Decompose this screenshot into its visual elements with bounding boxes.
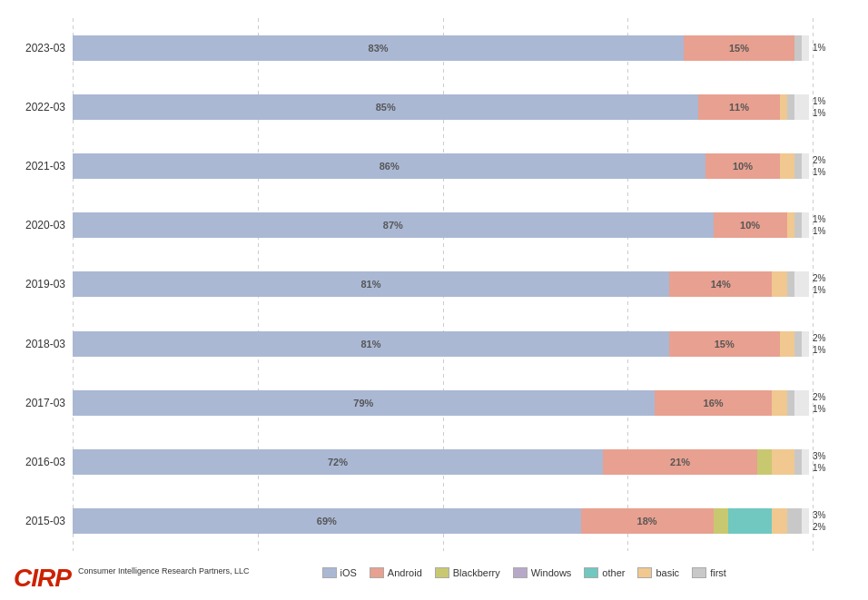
legend-color-first bbox=[692, 567, 706, 578]
segment-android: 15% bbox=[669, 331, 780, 357]
right-label: 3% bbox=[813, 509, 858, 521]
legend-item-android: Android bbox=[370, 567, 422, 578]
bar-right-labels-2018-03: 2%1% bbox=[813, 332, 858, 356]
right-label: 1% bbox=[813, 213, 858, 225]
segment-ios: 86% bbox=[73, 153, 705, 179]
legend-item-basic: basic bbox=[637, 567, 679, 578]
right-label: 1% bbox=[813, 42, 858, 54]
right-label: 1% bbox=[813, 344, 858, 356]
segment-android: 16% bbox=[655, 390, 773, 416]
segment-ios: 87% bbox=[73, 212, 714, 238]
bar-right-labels-2023-03: 1% bbox=[813, 42, 858, 54]
y-label-2017-03: 2017-03 bbox=[9, 380, 65, 426]
right-label: 1% bbox=[813, 284, 858, 296]
cirp-logo: CIRP Consumer Intelligence Research Part… bbox=[14, 566, 250, 591]
segment-basic bbox=[787, 212, 794, 238]
segment-android: 10% bbox=[705, 153, 779, 179]
right-label: 2% bbox=[813, 332, 858, 344]
bar-row-2021-03: 86%10%2%1% bbox=[73, 136, 859, 195]
right-label: 1% bbox=[813, 462, 858, 474]
segment-ios: 85% bbox=[73, 94, 698, 120]
segment-first bbox=[794, 449, 802, 475]
legend-item-ios: iOS bbox=[322, 567, 357, 578]
bars-area: 83%15%1%85%11%1%1%86%10%2%1%87%10%1%1%81… bbox=[73, 9, 859, 560]
segment-first bbox=[787, 271, 794, 297]
bar-track-2021-03: 86%10% bbox=[73, 153, 809, 179]
bar-row-2018-03: 81%15%2%1% bbox=[73, 314, 859, 373]
y-label-2020-03: 2020-03 bbox=[9, 202, 65, 248]
bar-row-2020-03: 87%10%1%1% bbox=[73, 196, 859, 255]
legend-label-other: other bbox=[602, 567, 625, 578]
legend-label-blackberry: Blackberry bbox=[453, 567, 500, 578]
segment-other bbox=[728, 508, 773, 534]
bar-track-2023-03: 83%15% bbox=[73, 35, 809, 61]
bar-right-labels-2022-03: 1%1% bbox=[813, 95, 858, 119]
segment-ios: 72% bbox=[73, 449, 603, 475]
bar-track-2020-03: 87%10% bbox=[73, 212, 809, 238]
segment-first bbox=[794, 153, 802, 179]
bar-right-labels-2016-03: 3%1% bbox=[813, 450, 858, 474]
segment-android: 14% bbox=[669, 271, 773, 297]
bar-row-2017-03: 79%16%2%1% bbox=[73, 373, 859, 432]
segment-first bbox=[787, 390, 794, 416]
legend-color-ios bbox=[322, 567, 337, 578]
chart-container: 2023-032022-032021-032020-032019-032018-… bbox=[0, 0, 868, 600]
segment-ios: 69% bbox=[73, 508, 581, 534]
right-label: 2% bbox=[813, 154, 858, 166]
segment-first bbox=[794, 331, 802, 357]
bar-row-2022-03: 85%11%1%1% bbox=[73, 77, 859, 136]
bar-right-labels-2021-03: 2%1% bbox=[813, 154, 858, 178]
right-label: 2% bbox=[813, 391, 858, 403]
segment-first bbox=[794, 212, 802, 238]
y-label-2015-03: 2015-03 bbox=[9, 498, 65, 544]
legend-color-android bbox=[370, 567, 384, 578]
bar-track-2019-03: 81%14% bbox=[73, 271, 809, 297]
segment-ios: 81% bbox=[73, 271, 669, 297]
legend-item-first: first bbox=[692, 567, 726, 578]
segment-basic bbox=[772, 449, 794, 475]
y-axis: 2023-032022-032021-032020-032019-032018-… bbox=[9, 9, 73, 560]
legend-item-windows: Windows bbox=[513, 567, 572, 578]
bar-row-2023-03: 83%15%1% bbox=[73, 18, 859, 77]
right-label: 1% bbox=[813, 403, 858, 415]
legend-color-other bbox=[584, 567, 598, 578]
legend: iOSAndroidBlackberryWindowsotherbasicfir… bbox=[259, 562, 726, 578]
bar-track-2016-03: 72%21% bbox=[73, 449, 809, 475]
segment-blackberry bbox=[714, 508, 728, 534]
segment-android: 10% bbox=[714, 212, 787, 238]
segment-ios: 81% bbox=[73, 331, 669, 357]
segment-ios: 79% bbox=[73, 390, 655, 416]
y-label-2021-03: 2021-03 bbox=[9, 143, 65, 189]
legend-label-ios: iOS bbox=[340, 567, 357, 578]
bar-right-labels-2019-03: 2%1% bbox=[813, 272, 858, 296]
segment-basic bbox=[772, 271, 786, 297]
y-label-2023-03: 2023-03 bbox=[9, 25, 65, 71]
segment-ios: 83% bbox=[73, 35, 684, 61]
bar-track-2015-03: 69%18% bbox=[73, 508, 809, 534]
right-label: 1% bbox=[813, 95, 858, 107]
segment-android: 21% bbox=[603, 449, 757, 475]
y-label-2022-03: 2022-03 bbox=[9, 84, 65, 130]
legend-label-windows: Windows bbox=[531, 567, 572, 578]
legend-color-windows bbox=[513, 567, 528, 578]
y-label-2018-03: 2018-03 bbox=[9, 321, 65, 367]
segment-first bbox=[794, 35, 802, 61]
legend-label-first: first bbox=[710, 567, 726, 578]
bar-track-2017-03: 79%16% bbox=[73, 390, 809, 416]
right-label: 2% bbox=[813, 272, 858, 284]
bar-track-2018-03: 81%15% bbox=[73, 331, 809, 357]
bar-right-labels-2015-03: 3%2% bbox=[813, 509, 858, 533]
right-label: 1% bbox=[813, 225, 858, 237]
y-label-2019-03: 2019-03 bbox=[9, 261, 65, 307]
chart-area: 2023-032022-032021-032020-032019-032018-… bbox=[9, 9, 859, 560]
cirp-text: Consumer Intelligence Research Partners,… bbox=[78, 566, 250, 577]
right-label: 2% bbox=[813, 521, 858, 533]
legend-color-basic bbox=[637, 567, 652, 578]
segment-android: 15% bbox=[684, 35, 794, 61]
legend-item-blackberry: Blackberry bbox=[435, 567, 500, 578]
right-label: 1% bbox=[813, 166, 858, 178]
bar-right-labels-2020-03: 1%1% bbox=[813, 213, 858, 237]
bar-right-labels-2017-03: 2%1% bbox=[813, 391, 858, 415]
right-label: 3% bbox=[813, 450, 858, 462]
segment-android: 11% bbox=[698, 94, 779, 120]
